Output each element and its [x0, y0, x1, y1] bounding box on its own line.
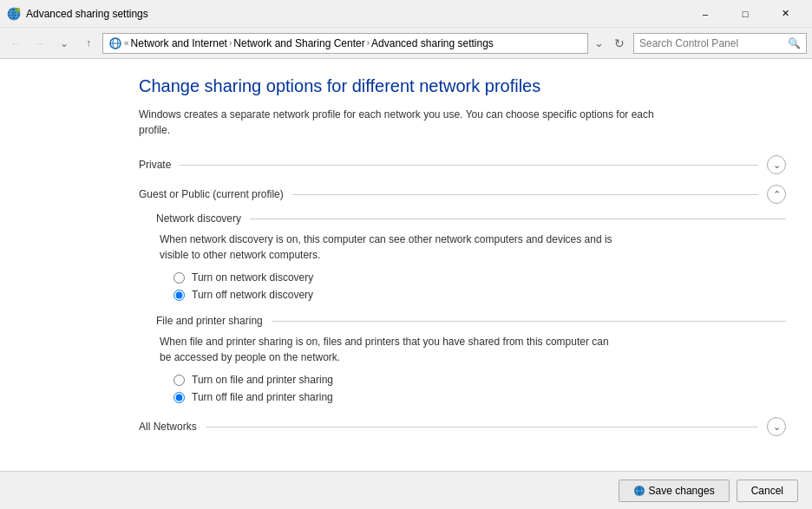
guest-public-section-toggle[interactable]: ⌃	[767, 185, 786, 204]
search-icon: 🔍	[788, 37, 801, 49]
search-box: 🔍	[633, 33, 807, 54]
network-discovery-header: Network discovery	[156, 212, 786, 225]
close-button[interactable]: ✕	[765, 0, 805, 28]
fp-on-radio[interactable]	[174, 375, 185, 386]
private-section-toggle[interactable]: ⌄	[767, 155, 786, 174]
back-button[interactable]: ←	[5, 33, 26, 54]
guest-public-section: Guest or Public (current profile) ⌃ Netw…	[139, 185, 786, 403]
nd-on-radio[interactable]	[174, 272, 185, 284]
path-dropdown-button[interactable]: ⌄	[592, 33, 606, 54]
page-description: Windows creates a separate network profi…	[139, 107, 659, 138]
nd-on-label[interactable]: Turn on network discovery	[192, 271, 313, 284]
nd-off-radio[interactable]	[174, 290, 185, 301]
network-discovery-subsection: Network discovery When network discovery…	[156, 212, 786, 301]
page-title: Change sharing options for different net…	[139, 76, 786, 96]
forward-button[interactable]: →	[29, 33, 50, 54]
path-sep-1: «	[124, 38, 129, 48]
private-section-header: Private ⌄	[139, 155, 786, 174]
svg-point-6	[18, 8, 21, 10]
recent-button[interactable]: ⌄	[54, 33, 75, 54]
fp-off-option: Turn off file and printer sharing	[156, 391, 786, 403]
private-section-title: Private	[139, 159, 171, 171]
app-icon	[7, 7, 21, 21]
fp-on-option: Turn on file and printer sharing	[156, 374, 786, 386]
path-arrow-2: ›	[367, 38, 370, 48]
path-advanced-sharing[interactable]: Advanced sharing settings	[371, 37, 494, 49]
all-networks-section-line	[206, 427, 758, 427]
cancel-button[interactable]: Cancel	[737, 480, 798, 502]
all-networks-section-header: All Networks ⌄	[139, 417, 786, 436]
file-printer-description: When file and printer sharing is on, fil…	[156, 334, 616, 365]
private-section: Private ⌄	[139, 155, 786, 174]
main-content: Change sharing options for different net…	[0, 59, 812, 471]
guest-public-section-title: Guest or Public (current profile)	[139, 188, 284, 200]
private-section-line	[180, 165, 758, 166]
nd-off-option: Turn off network discovery	[156, 289, 786, 301]
save-icon	[633, 485, 645, 497]
title-bar: Advanced sharing settings – □ ✕	[0, 0, 812, 28]
window-controls: – □ ✕	[685, 0, 805, 28]
search-input[interactable]	[639, 37, 784, 49]
up-button[interactable]: ↑	[78, 33, 99, 54]
guest-public-section-line	[292, 194, 758, 195]
title-bar-left: Advanced sharing settings	[7, 7, 148, 21]
maximize-button[interactable]: □	[725, 0, 765, 28]
guest-public-section-content: Network discovery When network discovery…	[139, 204, 786, 403]
all-networks-section-title: All Networks	[139, 421, 197, 433]
path-network-internet[interactable]: Network and Internet	[131, 37, 227, 49]
all-networks-section: All Networks ⌄	[139, 417, 786, 436]
cancel-label: Cancel	[751, 485, 783, 497]
fp-off-label[interactable]: Turn off file and printer sharing	[192, 391, 333, 403]
minimize-button[interactable]: –	[685, 0, 725, 28]
file-printer-line	[272, 321, 786, 322]
file-printer-header: File and printer sharing	[156, 315, 786, 327]
network-discovery-line	[250, 219, 786, 219]
guest-public-section-header: Guest or Public (current profile) ⌃	[139, 185, 786, 204]
path-arrow-1: ›	[229, 38, 232, 48]
nd-off-label[interactable]: Turn off network discovery	[192, 289, 313, 301]
save-button[interactable]: Save changes	[619, 480, 730, 502]
fp-on-label[interactable]: Turn on file and printer sharing	[192, 374, 333, 386]
path-sharing-center[interactable]: Network and Sharing Center	[233, 37, 364, 49]
save-label: Save changes	[649, 485, 715, 497]
fp-off-radio[interactable]	[174, 392, 185, 403]
address-path: « Network and Internet › Network and Sha…	[102, 33, 588, 54]
nd-on-option: Turn on network discovery	[156, 271, 786, 284]
address-bar: ← → ⌄ ↑ « Network and Internet › Network…	[0, 28, 812, 59]
network-icon	[108, 36, 122, 50]
file-printer-title: File and printer sharing	[156, 315, 263, 327]
all-networks-section-toggle[interactable]: ⌄	[767, 417, 786, 436]
network-discovery-description: When network discovery is on, this compu…	[156, 232, 616, 263]
refresh-button[interactable]: ↻	[609, 33, 630, 54]
file-printer-subsection: File and printer sharing When file and p…	[156, 315, 786, 403]
footer: Save changes Cancel	[0, 471, 812, 509]
window-title: Advanced sharing settings	[26, 8, 148, 20]
network-discovery-title: Network discovery	[156, 212, 241, 225]
